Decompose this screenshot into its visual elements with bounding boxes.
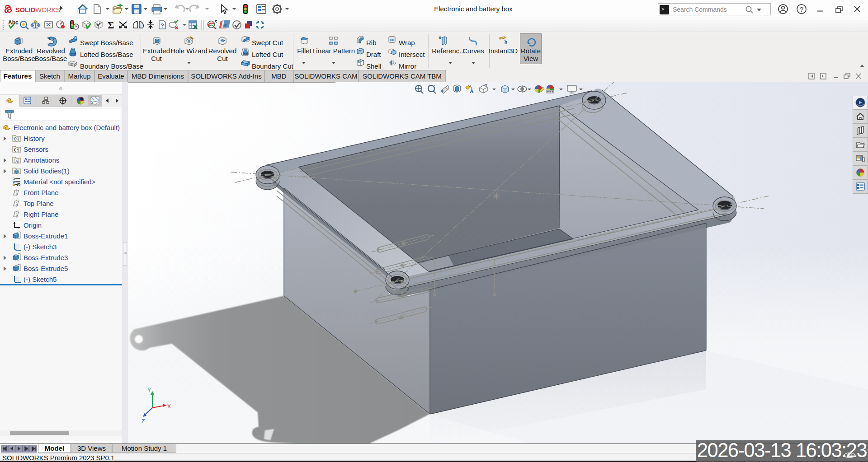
svg-text:?: ? bbox=[160, 22, 164, 29]
svg-text:#: # bbox=[224, 23, 226, 28]
svg-text:CD: CD bbox=[390, 38, 394, 42]
svg-text:SOLIDWORKS: SOLIDWORKS bbox=[15, 6, 60, 14]
svg-text:?: ? bbox=[800, 5, 803, 13]
svg-text:Z: Z bbox=[142, 418, 145, 425]
svg-text:A: A bbox=[470, 88, 474, 94]
svg-text:X: X bbox=[167, 403, 171, 410]
svg-text:Y: Y bbox=[147, 387, 151, 393]
svg-text:Σ: Σ bbox=[108, 19, 114, 31]
svg-text:A: A bbox=[15, 159, 19, 163]
